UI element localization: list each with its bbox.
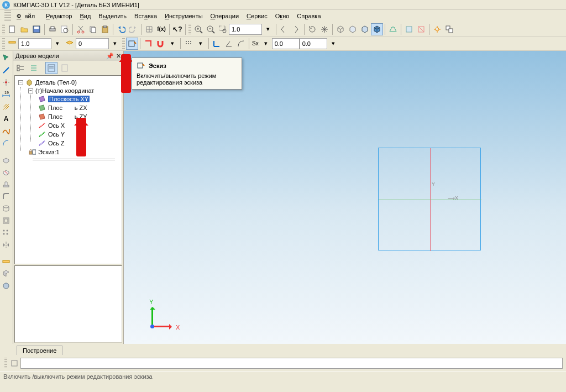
- preview-button[interactable]: [59, 23, 71, 35]
- scale-dropdown[interactable]: ▾: [51, 38, 64, 50]
- rail-rib[interactable]: [0, 178, 12, 190]
- tree-sketch[interactable]: Эскиз:1: [26, 148, 120, 156]
- tree-origin[interactable]: − (т)Начало координат: [26, 87, 120, 95]
- coord-dropdown[interactable]: ▾: [327, 38, 339, 50]
- pan-button[interactable]: [318, 23, 331, 35]
- stepper-input[interactable]: [76, 38, 109, 49]
- rail-extrude[interactable]: [0, 154, 12, 166]
- menu-operations[interactable]: Операции: [207, 12, 242, 20]
- view-button-3[interactable]: [359, 23, 371, 35]
- 3d-viewport[interactable]: ⟶X Y X Y: [124, 51, 566, 344]
- cmd-btn[interactable]: [8, 357, 20, 369]
- menu-view[interactable]: Вид: [76, 12, 94, 20]
- iso-button[interactable]: [334, 23, 347, 35]
- command-input[interactable]: [20, 358, 563, 369]
- menu-instruments[interactable]: Инструменты: [161, 12, 206, 20]
- rebuild-button[interactable]: [431, 23, 443, 35]
- grid-snap-button[interactable]: [182, 38, 195, 50]
- tree-btn-1[interactable]: [14, 62, 27, 74]
- svg-rect-0: [9, 26, 14, 33]
- rail-arc[interactable]: [0, 137, 12, 149]
- fx-button[interactable]: f(x): [155, 23, 167, 35]
- menu-help[interactable]: Справка: [294, 12, 324, 20]
- paste-button[interactable]: [99, 23, 111, 35]
- perspective-button[interactable]: [387, 23, 399, 35]
- cut-button[interactable]: [75, 23, 87, 35]
- layers-button[interactable]: [6, 38, 18, 50]
- tree-root[interactable]: − Деталь (Тел-0): [16, 78, 120, 87]
- collapse-icon[interactable]: −: [28, 88, 33, 93]
- snap-button[interactable]: [154, 38, 166, 50]
- pin-icon[interactable]: 📌: [106, 53, 114, 60]
- rail-fillet[interactable]: [0, 190, 12, 202]
- redo-button[interactable]: [127, 23, 139, 35]
- layer-button[interactable]: [64, 38, 76, 50]
- new-button[interactable]: [6, 23, 18, 35]
- zoom-window-button[interactable]: [217, 23, 229, 35]
- y-coord-input[interactable]: [300, 38, 327, 49]
- angle-button[interactable]: [223, 38, 235, 50]
- zoom-dropdown[interactable]: ▾: [262, 23, 274, 35]
- rail-text[interactable]: A: [0, 113, 12, 125]
- snap-dropdown[interactable]: ▾: [166, 38, 179, 50]
- help-pointer-button[interactable]: ↖?: [171, 23, 184, 35]
- rail-hatch[interactable]: [0, 101, 12, 113]
- tree-title: Дерево модели: [15, 53, 59, 59]
- rail-cut[interactable]: [0, 166, 12, 178]
- menu-file[interactable]: Файл: [13, 12, 41, 20]
- copy-button[interactable]: [87, 23, 99, 35]
- round-button[interactable]: [235, 38, 247, 50]
- svg-point-25: [436, 28, 439, 31]
- rail-line[interactable]: [0, 64, 12, 76]
- menu-insert[interactable]: Вставка: [131, 12, 160, 20]
- tab-build[interactable]: Построение: [17, 346, 62, 355]
- tree-plane-xy[interactable]: Плоскость XY: [36, 95, 120, 103]
- rail-spline[interactable]: [0, 125, 12, 137]
- zoom-input[interactable]: [229, 24, 262, 35]
- view-shaded-button[interactable]: [371, 23, 383, 35]
- view-button-2[interactable]: [347, 23, 359, 35]
- rotate-button[interactable]: [306, 23, 318, 35]
- svg-rect-29: [129, 41, 134, 46]
- print-button[interactable]: [46, 23, 59, 35]
- rail-dimension[interactable]: 19: [0, 88, 12, 101]
- app-logo-icon: К: [2, 1, 10, 9]
- scale-input[interactable]: [18, 38, 51, 49]
- windows-button[interactable]: [443, 23, 455, 35]
- view-simplify-button[interactable]: [403, 23, 415, 35]
- menu-editor[interactable]: Редактор: [43, 12, 75, 20]
- zoom-in-button[interactable]: [192, 23, 205, 35]
- view-button-5[interactable]: [415, 23, 427, 35]
- rail-section[interactable]: [0, 268, 12, 280]
- zoom-out-button[interactable]: [205, 23, 217, 35]
- save-button[interactable]: [30, 23, 43, 35]
- collapse-icon[interactable]: −: [18, 80, 23, 85]
- open-button[interactable]: [18, 23, 30, 35]
- lcs-button[interactable]: [211, 38, 223, 50]
- rail-material[interactable]: [0, 280, 12, 292]
- rail-hole[interactable]: [0, 202, 12, 215]
- svg-rect-51: [17, 69, 19, 71]
- undo-button[interactable]: [115, 23, 127, 35]
- rail-mirror[interactable]: [0, 239, 12, 251]
- ortho-button[interactable]: [142, 38, 154, 50]
- menu-select[interactable]: Выделить: [95, 12, 130, 20]
- zoom-next-button[interactable]: [290, 23, 302, 35]
- grid-snap-dropdown[interactable]: ▾: [195, 38, 207, 50]
- tree-btn-2[interactable]: [28, 62, 40, 74]
- menu-window[interactable]: Окно: [272, 12, 293, 20]
- menu-service[interactable]: Сервис: [243, 12, 271, 20]
- tree-btn-3[interactable]: [45, 62, 57, 74]
- tree-body[interactable]: − Деталь (Тел-0) − (т)Начало координат П…: [14, 75, 122, 264]
- tree-btn-4[interactable]: [59, 62, 71, 74]
- rail-shell[interactable]: [0, 215, 12, 227]
- x-coord-input[interactable]: [272, 38, 300, 49]
- rail-point[interactable]: [0, 76, 12, 88]
- rail-select[interactable]: [0, 52, 12, 64]
- zoom-next-icon: [292, 25, 301, 34]
- grid-button[interactable]: [143, 23, 155, 35]
- sx-dropdown[interactable]: ▾: [260, 38, 272, 50]
- rail-pattern[interactable]: [0, 227, 12, 239]
- zoom-prev-button[interactable]: [278, 23, 290, 35]
- rail-measure[interactable]: [0, 255, 12, 268]
